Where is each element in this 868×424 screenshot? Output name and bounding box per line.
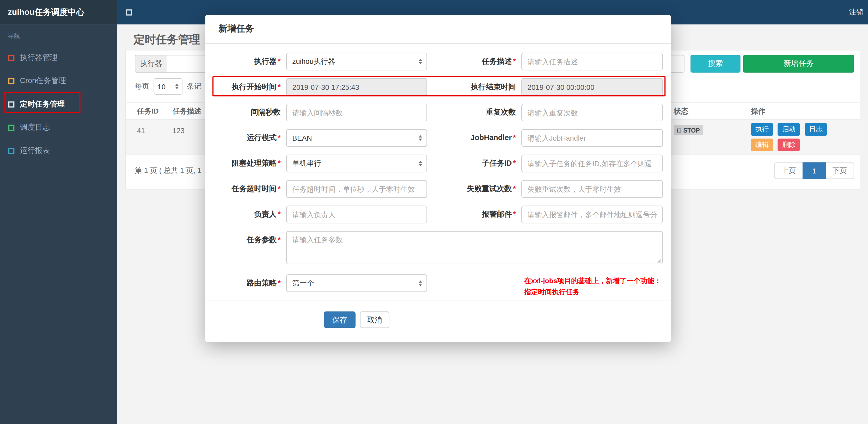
form-row: 运行模式* BEAN JobHandler*: [205, 129, 671, 147]
add-job-modal: 新增任务 执行器* zuihou执行器 任务描述*: [205, 15, 671, 342]
child-job-id-input[interactable]: [521, 155, 663, 172]
repeat-count-input[interactable]: [521, 104, 663, 121]
sidebar-item-label: 调度日志: [20, 122, 50, 132]
form-row: 执行器* zuihou执行器 任务描述*: [205, 53, 671, 70]
run-mode-select-value: BEAN: [292, 134, 312, 142]
cell-job-desc: 123: [173, 126, 185, 135]
block-strategy-select-value: 单机串行: [292, 159, 321, 168]
start-time-input[interactable]: [286, 78, 427, 96]
col-header-status: 状态: [674, 106, 688, 117]
start-button[interactable]: 启动: [778, 123, 800, 136]
owner-input[interactable]: [286, 205, 427, 223]
sidebar-item-executor-manage[interactable]: 执行器管理: [0, 46, 117, 69]
app-root: zuihou任务调度中心 注销 导航 执行器管理 Cron任务管理 定时任务管理…: [0, 0, 868, 424]
add-job-button[interactable]: 新增任务: [743, 55, 854, 73]
dispatch-log-icon: [8, 125, 14, 130]
form-row: 任务超时时间* 失败重试次数*: [205, 180, 671, 198]
per-page-select[interactable]: 10: [154, 78, 183, 95]
save-button[interactable]: 保存: [324, 312, 355, 328]
select-stepper-icon: [418, 135, 422, 141]
interval-label: 间隔秒数: [205, 104, 286, 121]
form-row-time: 执行开始时间* 执行结束时间: [205, 78, 671, 96]
form-row: 间隔秒数 重复次数: [205, 104, 671, 121]
executor-select[interactable]: zuihou执行器: [286, 53, 427, 70]
job-desc-label: 任务描述*: [427, 53, 521, 70]
next-page-button[interactable]: 下页: [825, 162, 854, 179]
sidebar-item-cron-job-manage[interactable]: Cron任务管理: [0, 69, 117, 93]
job-params-label: 任务参数*: [205, 231, 286, 249]
select-stepper-icon: [418, 281, 422, 286]
start-time-label: 执行开始时间*: [205, 78, 286, 96]
page-title: 定时任务管理: [134, 32, 200, 47]
pagination-summary: 第 1 页 ( 总共 1 页, 1: [135, 166, 201, 175]
form-row: 负责人* 报警邮件*: [205, 205, 671, 223]
logout-link[interactable]: 注销: [849, 7, 868, 17]
sidebar-nav-label: 导航: [0, 25, 117, 46]
child-job-label: 子任务ID*: [427, 155, 521, 172]
modal-body: 执行器* zuihou执行器 任务描述* 执行开始时间*: [205, 44, 671, 298]
retry-count-input[interactable]: [521, 180, 663, 198]
col-header-job-desc: 任务描述: [173, 106, 202, 117]
jobhandler-input[interactable]: [521, 129, 663, 147]
row-operations: 执行 启动 日志 编辑 删除: [751, 123, 829, 154]
per-page-control: 每页 10 条记: [135, 78, 201, 95]
delete-button[interactable]: 删除: [778, 138, 800, 151]
executor-label: 执行器*: [205, 53, 286, 70]
run-report-icon: [8, 148, 14, 154]
cell-job-id: 41: [137, 126, 145, 135]
cancel-button[interactable]: 取消: [360, 312, 390, 328]
select-stepper-icon: [418, 59, 422, 64]
job-desc-input[interactable]: [521, 53, 663, 70]
sidebar-item-timed-job-manage[interactable]: 定时任务管理: [0, 93, 117, 116]
route-strategy-select[interactable]: 第一个: [286, 274, 427, 292]
col-header-operations: 操作: [751, 106, 765, 117]
sidebar-item-run-report[interactable]: 运行报表: [0, 139, 117, 162]
select-stepper-icon: [175, 84, 179, 89]
executor-filter-label: 执行器: [135, 55, 167, 73]
modal-footer: 保存 取消: [205, 300, 671, 328]
per-page-label-before: 每页: [135, 81, 149, 91]
job-params-textarea[interactable]: [286, 231, 663, 264]
prev-page-button[interactable]: 上页: [774, 162, 803, 179]
feature-note: 在xxl-jobs项目的基础上，新增了一个功能： 指定时间执行任务: [524, 274, 661, 297]
interval-seconds-input[interactable]: [286, 104, 427, 121]
per-page-label-after: 条记: [187, 81, 201, 91]
sidebar-item-label: 运行报表: [20, 146, 50, 156]
sidebar: 导航 执行器管理 Cron任务管理 定时任务管理 调度日志 运行报表: [0, 25, 117, 424]
cron-job-manage-icon: [8, 78, 14, 84]
log-button[interactable]: 日志: [805, 123, 827, 136]
per-page-value: 10: [157, 82, 165, 91]
col-header-job-id: 任务ID: [137, 106, 159, 117]
jobhandler-label: JobHandler*: [427, 129, 521, 147]
owner-label: 负责人*: [205, 205, 286, 223]
form-row: 阻塞处理策略* 单机串行 子任务ID*: [205, 155, 671, 172]
page-1-button[interactable]: 1: [803, 162, 826, 179]
pagination: 上页 1 下页: [775, 162, 854, 179]
route-strategy-select-value: 第一个: [292, 278, 314, 288]
alarm-email-label: 报警邮件*: [427, 205, 521, 223]
menu-toggle-icon[interactable]: [126, 9, 132, 15]
repeat-count-label: 重复次数: [427, 104, 521, 121]
stop-square-icon: [677, 128, 681, 132]
form-row-params: 任务参数* ◢: [205, 231, 671, 266]
sidebar-item-label: 执行器管理: [20, 53, 58, 63]
end-time-label: 执行结束时间: [427, 78, 521, 96]
sidebar-item-dispatch-log[interactable]: 调度日志: [0, 116, 117, 139]
end-time-input[interactable]: [521, 78, 663, 96]
block-strategy-label: 阻塞处理策略*: [205, 155, 286, 172]
sidebar-menu: 执行器管理 Cron任务管理 定时任务管理 调度日志 运行报表: [0, 46, 117, 163]
search-button[interactable]: 搜索: [690, 55, 741, 73]
execute-button[interactable]: 执行: [751, 123, 773, 136]
sidebar-item-label: 定时任务管理: [20, 99, 65, 109]
sidebar-item-label: Cron任务管理: [20, 76, 66, 86]
timeout-label: 任务超时时间*: [205, 180, 286, 198]
run-mode-label: 运行模式*: [205, 129, 286, 147]
edit-button[interactable]: 编辑: [751, 138, 773, 151]
run-mode-select[interactable]: BEAN: [286, 129, 427, 147]
block-strategy-select[interactable]: 单机串行: [286, 155, 427, 172]
form-row-route: 路由策略* 第一个 在xxl-jobs项目的基础上，新增了一个功能： 指定时间执…: [205, 274, 671, 297]
modal-title: 新增任务: [205, 15, 671, 44]
retry-count-label: 失败重试次数*: [427, 180, 521, 198]
timeout-input[interactable]: [286, 180, 427, 198]
alarm-email-input[interactable]: [521, 205, 663, 223]
